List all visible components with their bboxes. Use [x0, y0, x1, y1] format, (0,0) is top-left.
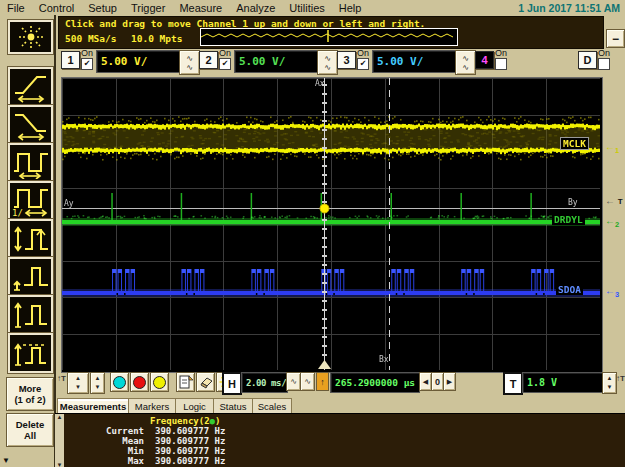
menu-control[interactable]: Control	[32, 2, 81, 14]
channel-3-checkbox[interactable]: ✔	[357, 58, 369, 70]
channel-1-ground-marker[interactable]: ←1	[605, 142, 619, 156]
delay-field[interactable]: 265.2900000 µs	[330, 372, 420, 393]
channel-4-on-label: On	[495, 48, 507, 58]
waveform-canvas[interactable]	[62, 78, 600, 370]
menu-trigger[interactable]: Trigger	[124, 2, 172, 14]
channel-3-coupling-button[interactable]: ∿ ∿	[455, 50, 476, 75]
measurements-scrollbar[interactable]: ▲ ▼	[55, 414, 64, 467]
marker-channel-number: 1	[615, 146, 619, 155]
tab-scales[interactable]: Scales	[252, 398, 292, 414]
horizontal-setup-button[interactable]: H	[222, 372, 242, 395]
trigger-level-stepper[interactable]: ▲ ▼	[602, 372, 617, 394]
frequency-icon[interactable]: 1/	[8, 181, 53, 221]
sidebar-scroll-down-icon[interactable]: ▼	[2, 456, 10, 465]
channel-1-coupling-button[interactable]: ∿ ∿	[179, 50, 200, 75]
menu-measure[interactable]: Measure	[172, 2, 229, 14]
channel-2-ground-marker[interactable]: ←2	[605, 216, 619, 230]
main-waveform-button[interactable]: ∿	[300, 372, 315, 391]
menu-help[interactable]: Help	[332, 2, 369, 14]
menu-utilities[interactable]: Utilities	[282, 2, 331, 14]
scroll-down-icon[interactable]: ▼	[57, 462, 63, 467]
channel-3-scale-field[interactable]: 5.00 V/	[372, 50, 459, 73]
sine-icon: ∿	[186, 63, 193, 72]
channel-2-checkbox[interactable]: ✔	[219, 58, 231, 70]
channel-2-button[interactable]: 2	[199, 51, 218, 69]
eraser-icon	[199, 375, 213, 389]
measurement-row: Mean390.609777 Hz	[67, 436, 225, 446]
menu-analyze[interactable]: Analyze	[229, 2, 282, 14]
adjust-icon[interactable]	[8, 20, 53, 54]
frequency-prefix: 1/	[12, 208, 23, 217]
waveform-display[interactable]	[61, 77, 603, 373]
digital-checkbox[interactable]	[598, 58, 610, 70]
up-arrow-icon: ▲	[95, 374, 101, 383]
cursor-ax-label[interactable]: Ax	[315, 79, 325, 88]
trace-label-drdyl[interactable]: DRDYL	[552, 214, 585, 225]
channel-3-button[interactable]: 3	[337, 51, 356, 69]
sine-icon: ∿	[462, 54, 469, 63]
v-max-icon[interactable]	[8, 295, 53, 335]
tab-status[interactable]: Status	[213, 398, 253, 414]
trigger-level-field[interactable]: 1.8 V	[522, 372, 605, 393]
menu-file[interactable]: File	[0, 2, 32, 14]
pulse-width-icon[interactable]	[8, 143, 53, 183]
down-arrow-icon: ▼	[75, 383, 81, 392]
marker-color-red-button[interactable]	[130, 372, 149, 392]
measurement-title-close: )	[215, 416, 220, 426]
rise-time-icon[interactable]	[8, 67, 53, 107]
menu-setup[interactable]: Setup	[81, 2, 124, 14]
minimize-button[interactable]: −	[606, 29, 625, 48]
measurement-row: Min390.609777 Hz	[67, 446, 225, 456]
sine-icon: ∿	[186, 54, 193, 63]
tab-markers[interactable]: Markers	[128, 398, 176, 414]
trace-label-sdoa[interactable]: SDOA	[556, 284, 583, 295]
marker-color-yellow-button[interactable]	[150, 372, 169, 392]
trigger-indicator-icon: ↑T	[57, 374, 66, 383]
sine-icon: ∿	[462, 63, 469, 72]
timebase-field[interactable]: 2.00 ms/	[241, 372, 288, 393]
trigger-indicator-icon: ↑T	[616, 374, 625, 383]
trigger-position-button[interactable]: ↑	[316, 372, 329, 391]
peak-to-peak-icon[interactable]	[8, 219, 53, 259]
up-arrow-icon: ▲	[75, 374, 81, 383]
channel-2-coupling-button[interactable]: ∿ ∿	[317, 50, 338, 75]
cursor-bx-label[interactable]: Bx	[379, 355, 389, 364]
cursor-ay-label[interactable]: Ay	[64, 199, 74, 208]
scroll-up-icon[interactable]: ▲	[57, 414, 63, 420]
v-min-icon[interactable]	[8, 257, 53, 297]
clear-display-button[interactable]	[196, 372, 215, 392]
tab-measurements[interactable]: Measurements	[57, 398, 129, 414]
digital-channels-button[interactable]: D	[578, 51, 597, 69]
channel-2-scale-field[interactable]: 5.00 V/	[234, 50, 321, 73]
left-arrow-icon: ←	[605, 285, 615, 296]
trigger-level-marker[interactable]: ← T	[605, 196, 623, 207]
channel-1-scale-field[interactable]: 5.00 V/	[96, 50, 183, 73]
memory-depth: 10.0 Mpts	[131, 33, 182, 44]
cyan-circle-icon	[113, 376, 126, 389]
tab-logic[interactable]: Logic	[175, 398, 214, 414]
marker-color-cyan-button[interactable]	[110, 372, 129, 392]
delay-next-button[interactable]: ▶	[443, 372, 456, 391]
channel-1-checkbox[interactable]: ✔	[81, 58, 93, 70]
fall-time-icon[interactable]	[8, 105, 53, 145]
trace-label-mclk[interactable]: MCLK	[560, 137, 589, 150]
quick-print-button[interactable]	[176, 372, 195, 392]
position-stepper[interactable]: ▲ ▼	[67, 372, 89, 394]
fine-stepper[interactable]: ▲ ▼	[90, 372, 105, 394]
channel-4-checkbox[interactable]	[495, 58, 507, 70]
channel-3-ground-marker[interactable]: ←3	[605, 286, 619, 300]
channel-4-button[interactable]: 4	[475, 51, 494, 69]
measurement-title-text: Frequency(2	[150, 416, 210, 426]
zoom-waveform-button[interactable]: ∿	[286, 372, 301, 391]
trigger-setup-button[interactable]: T	[503, 372, 523, 395]
page-icon	[179, 375, 193, 389]
channel-1-button[interactable]: 1	[61, 51, 80, 69]
amplitude-icon[interactable]	[8, 333, 53, 373]
more-button[interactable]: More (1 of 2)	[6, 377, 54, 411]
sample-rate: 500 MSa/s	[65, 33, 116, 44]
down-arrow-icon: ▼	[95, 383, 101, 392]
digital-on-label: On	[598, 48, 610, 58]
cursor-by-label[interactable]: By	[568, 198, 578, 207]
delete-all-button[interactable]: Delete All	[6, 413, 54, 447]
acquisition-preview-bar[interactable]	[200, 28, 458, 46]
